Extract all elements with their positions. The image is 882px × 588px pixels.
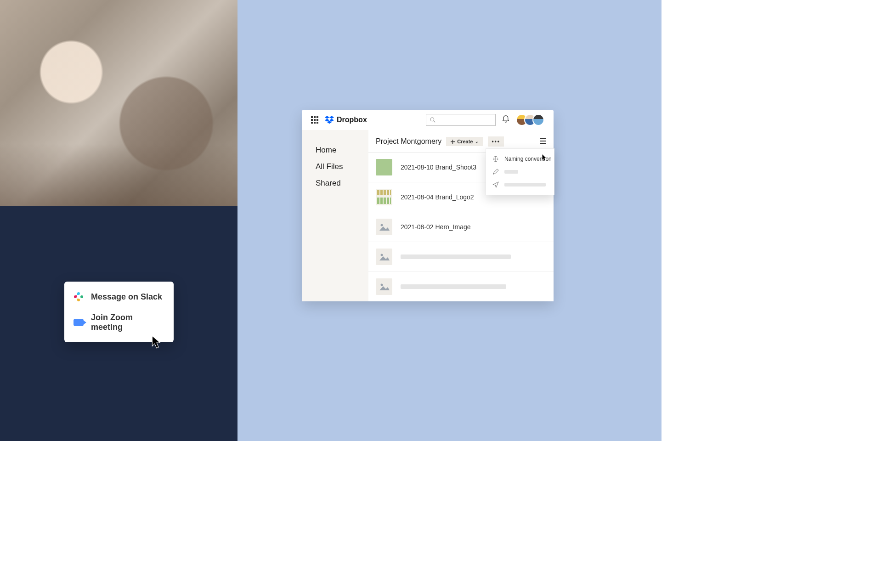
create-button[interactable]: Create ⌄ (446, 137, 483, 146)
popover-label-placeholder (504, 170, 518, 174)
svg-marker-12 (379, 226, 390, 231)
dropbox-window: Dropbox Home All Files Shared (302, 110, 554, 301)
create-label: Create (457, 139, 473, 144)
file-name-placeholder (401, 284, 506, 289)
file-thumbnail (376, 189, 392, 205)
svg-point-13 (381, 254, 383, 256)
top-bar: Dropbox (302, 110, 554, 130)
popover-item-placeholder[interactable] (486, 165, 554, 178)
zoom-icon (74, 317, 84, 328)
file-thumbnail (376, 278, 392, 295)
svg-point-11 (381, 224, 383, 226)
cursor-icon (152, 335, 162, 349)
integration-card: Message on Slack Join Zoom meeting (64, 282, 174, 342)
sidebar-item-shared[interactable]: Shared (316, 175, 368, 192)
chevron-down-icon: ⌄ (475, 139, 479, 144)
avatar[interactable] (532, 114, 544, 126)
text-cursor-icon (492, 156, 499, 162)
file-name-placeholder (401, 254, 511, 259)
search-input[interactable] (426, 114, 496, 126)
file-thumbnail (376, 249, 392, 265)
file-name: 2021-08-02 Hero_Image (401, 223, 471, 231)
svg-line-6 (434, 121, 435, 122)
folder-title: Project Montgomery (376, 137, 441, 146)
notifications-button[interactable] (502, 115, 509, 125)
file-row[interactable] (368, 272, 554, 301)
dropbox-brand[interactable]: Dropbox (325, 116, 367, 124)
file-row[interactable] (368, 242, 554, 272)
popover-label-placeholder (504, 183, 546, 187)
dark-panel: Message on Slack Join Zoom meeting (0, 206, 237, 441)
sidebar: Home All Files Shared (302, 130, 368, 301)
join-zoom-meeting-button[interactable]: Join Zoom meeting (64, 307, 174, 338)
slack-icon (74, 292, 84, 302)
slack-label: Message on Slack (91, 292, 162, 302)
body-area: Home All Files Shared Project Montgomery… (302, 130, 554, 301)
svg-point-5 (430, 118, 434, 121)
file-name: 2021-08-10 Brand_Shoot3 (401, 164, 476, 171)
file-thumbnail (376, 159, 392, 175)
svg-point-15 (381, 284, 383, 286)
main-pane: Project Montgomery Create ⌄ ••• (368, 130, 554, 301)
svg-marker-1 (329, 116, 334, 119)
search-icon (430, 117, 435, 123)
brand-text: Dropbox (337, 116, 367, 124)
file-name: 2021-08-04 Brand_Logo2 (401, 193, 474, 201)
hero-photo (0, 0, 237, 206)
dropbox-logo-icon (325, 116, 334, 124)
list-view-button[interactable] (540, 137, 546, 146)
apps-grid-icon[interactable] (311, 116, 318, 124)
pencil-icon (492, 169, 499, 175)
svg-marker-0 (325, 116, 329, 119)
popover-item-placeholder[interactable] (486, 178, 554, 191)
more-options-button[interactable]: ••• (488, 136, 504, 147)
sidebar-item-home[interactable]: Home (316, 142, 368, 158)
zoom-label: Join Zoom meeting (91, 313, 164, 332)
message-on-slack-button[interactable]: Message on Slack (64, 286, 174, 307)
svg-marker-14 (379, 256, 390, 260)
sidebar-item-all-files[interactable]: All Files (316, 158, 368, 175)
file-row[interactable]: 2021-08-02 Hero_Image (368, 212, 554, 242)
svg-marker-16 (379, 286, 390, 290)
avatar-stack[interactable] (516, 114, 544, 126)
file-thumbnail (376, 219, 392, 235)
left-column: Message on Slack Join Zoom meeting (0, 0, 237, 441)
plus-icon (451, 140, 455, 144)
cursor-icon (542, 154, 547, 161)
paper-plane-icon (492, 181, 499, 188)
right-column: Dropbox Home All Files Shared (237, 0, 662, 441)
